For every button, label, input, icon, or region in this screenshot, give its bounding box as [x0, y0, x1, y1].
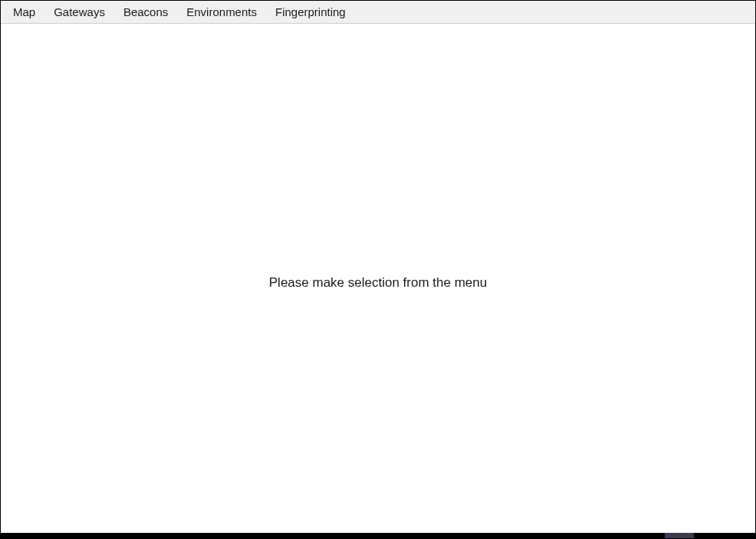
- bottom-accent: [665, 533, 694, 538]
- placeholder-message: Please make selection from the menu: [269, 275, 487, 291]
- menu-item-gateways[interactable]: Gateways: [44, 2, 114, 21]
- menu-item-environments[interactable]: Environments: [177, 2, 266, 21]
- bottom-edge: [1, 533, 755, 538]
- menu-item-map[interactable]: Map: [4, 2, 44, 21]
- content-area: Please make selection from the menu: [1, 24, 755, 538]
- menu-bar: Map Gateways Beacons Environments Finger…: [1, 1, 755, 24]
- menu-item-beacons[interactable]: Beacons: [114, 2, 177, 21]
- menu-item-fingerprinting[interactable]: Fingerprinting: [266, 2, 355, 21]
